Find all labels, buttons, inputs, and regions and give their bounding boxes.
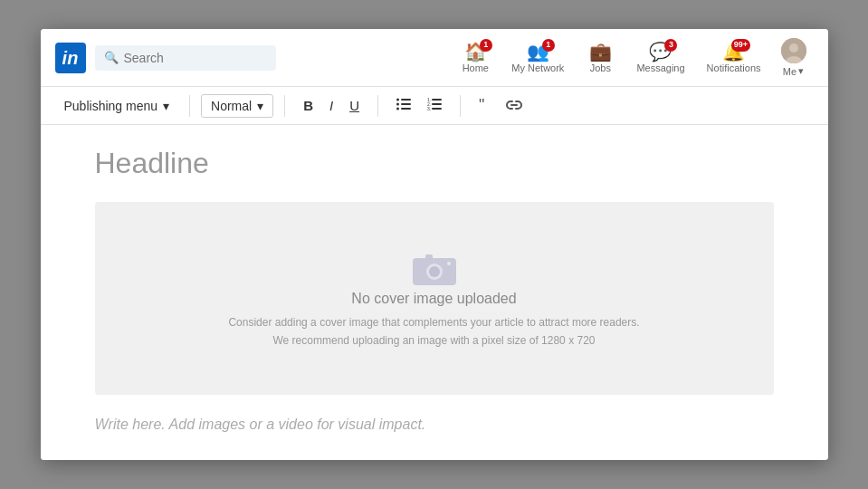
toolbar-divider-1: [189, 95, 190, 117]
camera-icon: [409, 247, 460, 291]
publish-menu-chevron: ▾: [163, 99, 169, 113]
toolbar: Publishing menu ▾ Normal ▾ B I U: [41, 87, 828, 125]
blockquote-icon: ": [479, 96, 484, 114]
home-icon: 🏠 1: [464, 43, 487, 61]
svg-point-20: [447, 262, 451, 265]
svg-point-5: [396, 103, 399, 106]
sidebar-item-notifications[interactable]: 🔔 99+ Notifications: [698, 39, 770, 77]
toolbar-divider-2: [284, 95, 285, 117]
publish-menu-label: Publishing menu: [64, 99, 158, 113]
text-style-label: Normal: [211, 99, 252, 113]
messaging-label: Messaging: [636, 62, 684, 73]
svg-rect-8: [401, 108, 411, 110]
blockquote-button[interactable]: ": [472, 92, 491, 119]
sidebar-item-jobs[interactable]: 💼 Jobs: [577, 39, 624, 77]
my-network-badge: 1: [542, 39, 555, 52]
logo-text: in: [62, 49, 79, 67]
my-network-label: My Network: [511, 62, 564, 73]
editor-area: Headline No cover image uploaded Conside…: [41, 125, 828, 459]
format-group: B I U: [296, 94, 367, 117]
svg-point-3: [396, 99, 399, 101]
svg-point-18: [429, 266, 440, 277]
unordered-list-icon: [396, 98, 411, 110]
sidebar-item-my-network[interactable]: 👥 1 My Network: [502, 39, 573, 77]
unordered-list-button[interactable]: [389, 94, 418, 117]
svg-rect-12: [432, 103, 442, 105]
svg-rect-6: [401, 103, 411, 105]
write-placeholder[interactable]: Write here. Add images or a video for vi…: [95, 417, 774, 433]
avatar-image: [781, 38, 806, 63]
link-icon: [506, 100, 522, 110]
home-label: Home: [463, 62, 489, 73]
linkedin-logo[interactable]: in: [55, 43, 86, 73]
me-menu[interactable]: Me ▾: [774, 34, 814, 81]
avatar: [781, 38, 806, 63]
sidebar-item-home[interactable]: 🏠 1 Home: [452, 39, 499, 77]
camera-svg: [409, 247, 460, 287]
svg-rect-14: [432, 108, 442, 110]
link-button[interactable]: [499, 94, 529, 117]
notifications-icon: 🔔 99+: [722, 43, 745, 61]
toolbar-divider-4: [460, 95, 461, 117]
headline-placeholder[interactable]: Headline: [95, 143, 774, 184]
browser-window: in 🔍 🏠 1 Home 👥 1 My Network: [41, 29, 828, 459]
bold-button[interactable]: B: [296, 94, 320, 117]
cover-image-upload-area[interactable]: No cover image uploaded Consider adding …: [95, 202, 774, 394]
sidebar-item-messaging[interactable]: 💬 3 Messaging: [627, 39, 693, 77]
cover-image-desc-line1: Consider adding a cover image that compl…: [228, 316, 639, 329]
underline-button[interactable]: U: [342, 94, 367, 117]
bold-label: B: [303, 98, 313, 113]
toolbar-divider-3: [377, 95, 378, 117]
svg-text:3.: 3.: [427, 106, 431, 110]
cover-image-desc: Consider adding a cover image that compl…: [228, 314, 639, 349]
list-format-group: 1. 2. 3.: [389, 94, 449, 117]
text-style-chevron: ▾: [257, 99, 263, 113]
messaging-icon: 💬 3: [649, 43, 672, 61]
notifications-badge: 99+: [731, 39, 750, 52]
svg-rect-19: [425, 254, 433, 260]
svg-rect-4: [401, 99, 411, 101]
notifications-label: Notifications: [707, 62, 761, 73]
text-style-button[interactable]: Normal ▾: [201, 94, 273, 118]
underline-label: U: [349, 98, 359, 113]
jobs-label: Jobs: [590, 62, 611, 73]
my-network-icon: 👥 1: [527, 43, 549, 61]
messaging-badge: 3: [664, 39, 677, 52]
search-icon: 🔍: [104, 51, 119, 64]
ordered-list-icon: 1. 2. 3.: [427, 98, 442, 110]
ordered-list-button[interactable]: 1. 2. 3.: [420, 94, 449, 117]
search-input[interactable]: [124, 51, 267, 65]
cover-image-desc-line2: We recommend uploading an image with a p…: [273, 334, 596, 347]
home-badge: 1: [480, 39, 492, 52]
publish-menu-button[interactable]: Publishing menu ▾: [55, 94, 179, 118]
cover-image-title: No cover image uploaded: [351, 291, 516, 307]
jobs-icon: 💼: [589, 43, 612, 61]
italic-label: I: [329, 98, 333, 113]
svg-point-1: [789, 43, 798, 53]
search-box[interactable]: 🔍: [95, 45, 276, 71]
me-label: Me ▾: [783, 65, 804, 77]
svg-rect-10: [432, 99, 442, 101]
nav-items: 🏠 1 Home 👥 1 My Network 💼 Jobs 💬 3: [452, 34, 813, 81]
svg-point-7: [396, 108, 399, 110]
navbar: in 🔍 🏠 1 Home 👥 1 My Network: [41, 29, 828, 87]
italic-button[interactable]: I: [322, 94, 340, 117]
